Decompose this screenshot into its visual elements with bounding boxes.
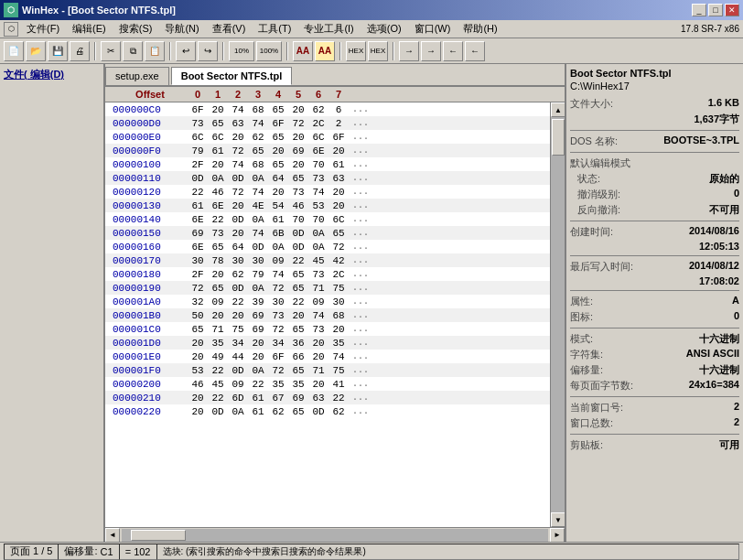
hex-address[interactable]: 00000170 <box>105 255 188 266</box>
menu-options[interactable]: 选项(O) <box>361 20 407 38</box>
maximize-button[interactable]: □ <box>708 4 723 16</box>
table-row[interactable]: 000001B05020206973207468... <box>105 308 550 322</box>
tb-arrow-left[interactable]: ← <box>443 41 463 61</box>
table-row[interactable]: 000001606E65640D0A0D0A72... <box>105 240 550 253</box>
hex-byte[interactable]: 73 <box>268 310 288 321</box>
hex-byte[interactable]: 69 <box>248 310 268 321</box>
hex-byte[interactable]: 20 <box>228 132 248 143</box>
hex-byte[interactable]: 72 <box>268 283 288 294</box>
hex-byte[interactable]: 65 <box>328 228 349 239</box>
hex-byte[interactable]: 69 <box>248 324 268 335</box>
menu-navigate[interactable]: 导航(N) <box>159 20 204 38</box>
hex-byte[interactable]: 22 <box>208 393 228 404</box>
hex-byte[interactable]: 45 <box>208 379 228 390</box>
hex-byte[interactable]: 09 <box>308 296 328 307</box>
hex-byte[interactable]: 79 <box>248 269 268 280</box>
hex-byte[interactable]: 73 <box>308 269 328 280</box>
table-row[interactable]: 000001202246727420737420... <box>105 185 550 199</box>
hex-byte[interactable]: 63 <box>328 173 349 184</box>
hex-byte[interactable]: 0A <box>248 214 268 225</box>
hex-byte[interactable]: 74 <box>228 104 248 115</box>
hex-byte[interactable]: 44 <box>228 351 248 362</box>
hscroll-left-btn[interactable]: ◄ <box>105 528 120 543</box>
hex-byte[interactable]: 68 <box>328 310 349 321</box>
hex-byte[interactable]: 20 <box>268 187 288 198</box>
hex-byte[interactable]: 34 <box>228 338 248 349</box>
hex-byte[interactable]: 65 <box>288 406 308 417</box>
hex-address[interactable]: 00000200 <box>105 379 188 390</box>
tb-arrow-left2[interactable]: ← <box>465 41 485 61</box>
hex-address[interactable]: 000001C0 <box>105 324 188 335</box>
hex-byte[interactable]: 22 <box>248 379 268 390</box>
scroll-up-btn[interactable]: ▲ <box>551 102 565 117</box>
hex-byte[interactable]: 65 <box>268 132 288 143</box>
tb-hex2[interactable]: HEX <box>368 41 388 61</box>
hex-byte[interactable]: 20 <box>288 132 308 143</box>
hex-byte[interactable]: 65 <box>288 324 308 335</box>
table-row[interactable]: 000001406E220D0A6170706C... <box>105 212 550 226</box>
hex-byte[interactable]: 50 <box>188 310 208 321</box>
hex-address[interactable]: 000000D0 <box>105 118 188 129</box>
minimize-button[interactable]: _ <box>692 4 706 16</box>
hex-byte[interactable]: 72 <box>228 187 248 198</box>
tab-boot-sector[interactable]: Boot Sector NTFS.tpl <box>171 67 293 85</box>
table-row[interactable]: 000000E06C6C206265206C6F... <box>105 130 550 144</box>
hex-byte[interactable]: 22 <box>208 214 228 225</box>
hex-byte[interactable]: 4E <box>248 200 268 211</box>
hex-byte[interactable]: 6D <box>228 393 248 404</box>
hex-byte[interactable]: 35 <box>288 379 308 390</box>
hex-byte[interactable]: 61 <box>268 214 288 225</box>
hex-byte[interactable]: 0A <box>208 173 228 184</box>
hex-byte[interactable]: 73 <box>308 173 328 184</box>
scroll-track[interactable] <box>551 117 565 512</box>
table-row[interactable]: 00000220200D0A6162650D62... <box>105 404 550 418</box>
hex-address[interactable]: 00000110 <box>105 173 188 184</box>
table-row[interactable]: 000001C06571756972657320... <box>105 322 550 336</box>
hex-byte[interactable]: 65 <box>188 324 208 335</box>
hex-byte[interactable]: 34 <box>268 338 288 349</box>
hex-byte[interactable]: 65 <box>268 104 288 115</box>
hex-byte[interactable]: 53 <box>308 200 328 211</box>
hex-byte[interactable]: 45 <box>308 255 328 266</box>
menu-help[interactable]: 帮助(H) <box>458 20 502 38</box>
hex-byte[interactable]: 35 <box>208 338 228 349</box>
hex-byte[interactable]: 65 <box>208 283 228 294</box>
hex-byte[interactable]: 64 <box>268 173 288 184</box>
hex-byte[interactable]: 6E <box>308 145 328 156</box>
scroll-thumb[interactable] <box>552 119 565 156</box>
tb-hex[interactable]: HEX <box>346 41 366 61</box>
hex-byte[interactable]: 74 <box>248 228 268 239</box>
tb-search2[interactable]: AA <box>315 41 335 61</box>
hex-address[interactable]: 00000120 <box>105 187 188 198</box>
table-row[interactable]: 000000D0736563746F722C2... <box>105 116 550 130</box>
hex-byte[interactable]: 2C <box>308 118 328 129</box>
hex-byte[interactable]: 6 <box>328 104 349 115</box>
hex-byte[interactable]: 74 <box>228 159 248 170</box>
hex-byte[interactable]: 65 <box>208 118 228 129</box>
hex-byte[interactable]: 0A <box>228 406 248 417</box>
hex-byte[interactable]: 39 <box>248 296 268 307</box>
hex-byte[interactable]: 75 <box>228 324 248 335</box>
tb-open[interactable]: 📂 <box>26 41 46 61</box>
hex-byte[interactable]: 65 <box>288 269 308 280</box>
tb-print[interactable]: 🖨 <box>70 41 90 61</box>
hex-byte[interactable]: 70 <box>288 214 308 225</box>
hex-byte[interactable]: 20 <box>248 351 268 362</box>
menu-tools[interactable]: 工具(T) <box>253 20 296 38</box>
hex-byte[interactable]: 20 <box>328 200 349 211</box>
hex-byte[interactable]: 20 <box>188 393 208 404</box>
tb-redo[interactable]: ↪ <box>198 41 218 61</box>
hex-byte[interactable]: 6C <box>208 132 228 143</box>
hex-byte[interactable]: 74 <box>308 310 328 321</box>
hex-byte[interactable]: 65 <box>268 159 288 170</box>
table-row[interactable]: 0000021020226D6167696322... <box>105 391 550 404</box>
hex-byte[interactable]: 22 <box>328 393 349 404</box>
hex-byte[interactable]: 20 <box>188 338 208 349</box>
hex-byte[interactable]: 20 <box>268 145 288 156</box>
hex-byte[interactable]: 09 <box>208 296 228 307</box>
table-row[interactable]: 000001E0204944206F662074... <box>105 350 550 363</box>
hex-byte[interactable]: 30 <box>268 296 288 307</box>
hex-address[interactable]: 00000220 <box>105 406 188 417</box>
hex-byte[interactable]: 73 <box>188 118 208 129</box>
hex-byte[interactable]: 61 <box>188 200 208 211</box>
